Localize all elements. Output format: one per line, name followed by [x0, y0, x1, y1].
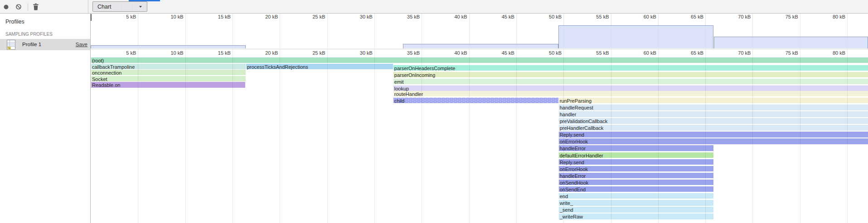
overview-gridline — [185, 14, 186, 48]
flame-gridline — [233, 49, 233, 223]
flame-frame[interactable]: preHandlerCallback — [558, 125, 868, 131]
chevron-down-icon — [139, 6, 142, 8]
flame-frame-label: child — [393, 98, 405, 104]
overview-step[interactable] — [403, 44, 558, 48]
flame-frame-label: callbackTrampoline — [91, 64, 135, 70]
flame-frame[interactable]: handleError — [558, 145, 713, 151]
flame-gridline — [422, 49, 422, 223]
flame-frame[interactable]: processTicksAndRejections — [246, 64, 393, 69]
flame-frame[interactable]: child — [393, 98, 558, 104]
overview-tick-label: 5 kB — [100, 14, 136, 19]
flame-frame[interactable]: _send — [558, 207, 713, 213]
flame-frame[interactable]: callbackTrampoline — [91, 64, 246, 69]
flame-frame-label: onSendHook — [558, 180, 589, 186]
toolbar-divider — [88, 0, 88, 13]
flame-frame-label: _send — [558, 207, 573, 213]
overview-tick-label: 20 kB — [242, 14, 278, 19]
sidebar-divider[interactable] — [90, 14, 91, 223]
delete-profile-icon[interactable] — [33, 3, 39, 10]
flame-gridline — [469, 49, 470, 223]
flame-frame[interactable]: emit — [393, 79, 868, 84]
flame-gridline — [563, 49, 564, 223]
flame-frame[interactable]: lookup — [393, 85, 868, 91]
flame-gridline — [327, 49, 328, 223]
flame-gridline — [185, 49, 186, 223]
profile-list-item[interactable]: % Profile 1 Save — [0, 39, 90, 50]
flame-frame-label: parserOnIncoming — [393, 72, 436, 78]
flame-frame-label: parserOnHeadersComplete — [393, 66, 456, 71]
flame-frame[interactable]: routeHandler — [393, 91, 868, 97]
flame-frame-label: handler — [558, 112, 577, 118]
flame-frame[interactable]: preValidationCallback — [558, 118, 868, 124]
flame-frame[interactable]: handleRequest — [558, 104, 868, 110]
overview-tick-label: 25 kB — [289, 14, 325, 19]
flame-gridline — [280, 49, 280, 223]
flame-frame-label: write_ — [558, 200, 573, 206]
overview-gridline — [374, 14, 375, 48]
overview-tick-label: 55 kB — [573, 14, 609, 19]
view-mode-value: Chart — [97, 4, 112, 10]
flame-frame-label: onErrorHook — [558, 166, 588, 172]
flame-frame[interactable]: onconnection — [91, 70, 246, 75]
flame-tick-label: 65 kB — [667, 50, 703, 56]
profile-icon: % — [7, 40, 16, 50]
flame-tick-label: 45 kB — [478, 50, 514, 56]
flame-frame[interactable]: onSendEnd — [558, 186, 713, 192]
save-profile-link[interactable]: Save — [76, 42, 87, 47]
flame-gridline — [138, 49, 138, 223]
selected-tab-indicator — [129, 0, 160, 1]
flame-frame[interactable]: onErrorHook — [558, 138, 868, 144]
overview-tick-label: 80 kB — [809, 14, 845, 19]
overview-step[interactable] — [714, 37, 868, 48]
overview-tick-label: 75 kB — [762, 14, 798, 19]
flame-frame-label: _writeRaw — [558, 214, 583, 220]
flame-frame[interactable]: (root) — [91, 57, 868, 63]
overview-gridline — [705, 14, 706, 48]
flame-frame[interactable]: write_ — [558, 200, 713, 206]
overview-gridline — [280, 14, 280, 48]
flame-gridline — [658, 49, 659, 223]
profile-name: Profile 1 — [22, 42, 41, 47]
flame-tick-label: 30 kB — [336, 50, 373, 56]
record-button[interactable] — [4, 5, 9, 9]
flame-frame[interactable]: Readable.on — [91, 82, 245, 87]
flame-frame-label: Reply.send — [558, 160, 584, 166]
flame-frame[interactable]: Reply.send — [558, 159, 713, 165]
flame-frame-label: handleRequest — [558, 105, 593, 111]
flame-frame[interactable]: handler — [558, 111, 868, 117]
flame-tick-label: 80 kB — [809, 50, 845, 56]
overview-gridline — [752, 14, 753, 48]
sidebar-title: Profiles — [5, 19, 24, 25]
overview-gridline — [658, 14, 659, 48]
flame-tick-label: 35 kB — [383, 50, 420, 56]
flame-frame[interactable]: Socket — [91, 76, 246, 81]
view-mode-select[interactable]: Chart — [92, 1, 147, 12]
flame-gridline — [800, 49, 800, 223]
overview-gridline — [469, 14, 470, 48]
svg-text:%: % — [8, 47, 10, 50]
clear-all-icon[interactable] — [16, 4, 21, 9]
flame-frame[interactable]: handleError — [558, 173, 713, 179]
flame-frame[interactable]: onSendHook — [558, 180, 713, 185]
flame-frame[interactable]: _writeRaw — [558, 214, 713, 219]
flame-tick-label: 15 kB — [194, 50, 231, 56]
overview-gridline — [563, 14, 564, 48]
overview-step[interactable] — [558, 25, 714, 48]
flame-frame[interactable]: parserOnHeadersComplete — [393, 65, 868, 71]
flame-frame-label: runPreParsing — [558, 98, 592, 104]
flame-frame[interactable]: defaultErrorHandler — [558, 152, 713, 158]
overview-step[interactable] — [91, 45, 246, 48]
flame-frame[interactable]: onErrorHook — [558, 166, 713, 172]
flame-frame-label: preHandlerCallback — [558, 125, 604, 131]
flame-frame[interactable]: runPreParsing — [558, 98, 868, 104]
flame-frame[interactable]: Reply.send — [558, 132, 868, 138]
flame-frame-label: Reply.send — [558, 132, 584, 138]
flame-tick-label: 5 kB — [100, 50, 136, 56]
flame-tick-label: 20 kB — [242, 50, 278, 56]
flame-frame-label: Readable.on — [91, 82, 120, 88]
flame-frame-label: preValidationCallback — [558, 119, 608, 124]
flame-frame[interactable]: end — [558, 193, 713, 199]
overview-tick-label: 60 kB — [620, 14, 656, 19]
flame-frame[interactable]: parserOnIncoming — [393, 72, 868, 77]
overview-selection-handle[interactable] — [91, 14, 92, 21]
